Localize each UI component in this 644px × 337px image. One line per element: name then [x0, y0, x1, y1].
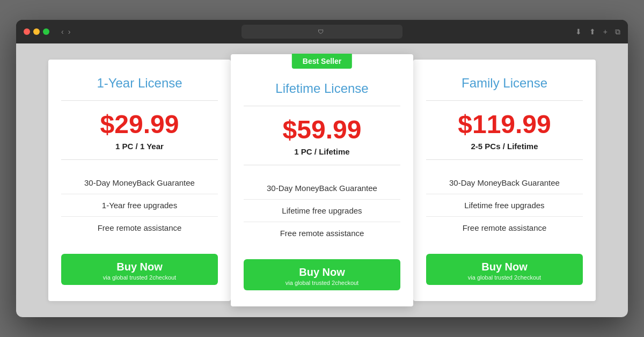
best-seller-badge: Best Seller — [292, 54, 352, 69]
plan-title-one-year: 1-Year License — [61, 76, 218, 101]
plan-price-family: $119.99 — [458, 112, 551, 137]
tabs-icon[interactable]: ⧉ — [615, 27, 620, 36]
browser-titlebar: ‹ › 🛡 ⬇ ⬆ + ⧉ — [16, 20, 628, 43]
browser-window: ‹ › 🛡 ⬇ ⬆ + ⧉ 1-Year License$29.991 PC /… — [16, 20, 628, 317]
buy-button-lifetime[interactable]: Buy Nowvia global trusted 2checkout — [244, 259, 400, 290]
buy-button-one-year[interactable]: Buy Nowvia global trusted 2checkout — [61, 254, 218, 285]
plan-card-one-year: 1-Year License$29.991 PC / 1 Year30-Day … — [48, 60, 231, 301]
feature-item: 1-Year free upgrades — [61, 194, 218, 217]
buy-sublabel: via global trusted 2checkout — [103, 274, 176, 281]
plan-price-one-year: $29.99 — [100, 112, 179, 137]
share-icon[interactable]: ⬆ — [589, 27, 596, 36]
buy-button-family[interactable]: Buy Nowvia global trusted 2checkout — [426, 254, 583, 285]
new-tab-icon[interactable]: + — [603, 27, 608, 36]
buy-label: Buy Now — [299, 266, 345, 279]
feature-item: Lifetime free upgrades — [244, 200, 400, 222]
nav-back-button[interactable]: ‹ — [61, 27, 64, 36]
close-traffic-light[interactable] — [24, 28, 30, 35]
feature-item: Free remote assistance — [426, 217, 583, 239]
plan-price-lifetime: $59.99 — [283, 117, 362, 143]
plan-card-lifetime: Best SellerLifetime License$59.991 PC / … — [231, 54, 413, 306]
plan-title-lifetime: Lifetime License — [244, 81, 400, 106]
address-bar[interactable]: 🛡 — [241, 25, 402, 39]
plan-card-family: Family License$119.992-5 PCs / Lifetime3… — [413, 60, 596, 301]
browser-actions: ⬇ ⬆ + ⧉ — [575, 27, 620, 36]
traffic-lights — [24, 28, 49, 35]
maximize-traffic-light[interactable] — [43, 28, 49, 35]
buy-label: Buy Now — [481, 260, 528, 273]
browser-nav: ‹ › — [61, 27, 70, 36]
feature-item: Lifetime free upgrades — [426, 194, 583, 217]
pricing-container: 1-Year License$29.991 PC / 1 Year30-Day … — [27, 54, 617, 306]
plan-title-family: Family License — [426, 76, 583, 101]
buy-sublabel: via global trusted 2checkout — [468, 274, 541, 281]
security-icon: 🛡 — [318, 28, 324, 35]
browser-content: 1-Year License$29.991 PC / 1 Year30-Day … — [16, 43, 628, 317]
buy-label: Buy Now — [116, 260, 163, 273]
plan-billing-one-year: 1 PC / 1 Year — [61, 142, 218, 160]
plan-billing-family: 2-5 PCs / Lifetime — [426, 142, 583, 160]
plan-features-one-year: 30-Day MoneyBack Guarantee1-Year free up… — [61, 172, 218, 239]
feature-item: 30-Day MoneyBack Guarantee — [426, 172, 583, 194]
buy-sublabel: via global trusted 2checkout — [286, 280, 358, 286]
download-icon[interactable]: ⬇ — [575, 27, 582, 36]
nav-forward-button[interactable]: › — [68, 27, 71, 36]
feature-item: Free remote assistance — [61, 217, 218, 239]
feature-item: 30-Day MoneyBack Guarantee — [244, 177, 400, 200]
minimize-traffic-light[interactable] — [33, 28, 40, 35]
plan-features-family: 30-Day MoneyBack GuaranteeLifetime free … — [426, 172, 583, 239]
plan-features-lifetime: 30-Day MoneyBack GuaranteeLifetime free … — [244, 177, 400, 244]
plan-billing-lifetime: 1 PC / Lifetime — [244, 147, 400, 165]
feature-item: 30-Day MoneyBack Guarantee — [61, 172, 218, 194]
feature-item: Free remote assistance — [244, 222, 400, 244]
